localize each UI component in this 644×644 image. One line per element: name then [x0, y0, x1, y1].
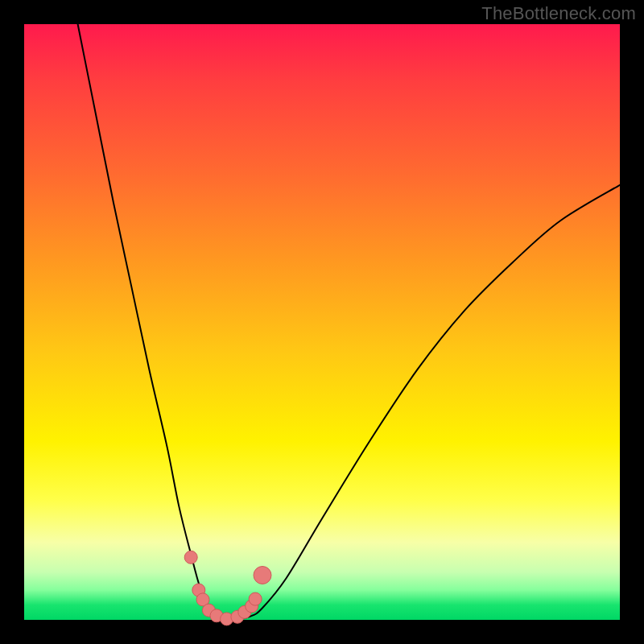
plot-area — [24, 24, 620, 620]
bottleneck-curve — [78, 24, 620, 619]
chart-svg — [24, 24, 620, 620]
marker-group — [184, 551, 271, 625]
data-marker — [249, 592, 262, 605]
watermark-text: TheBottleneck.com — [481, 3, 636, 24]
chart-frame: TheBottleneck.com — [0, 0, 644, 644]
data-marker — [184, 551, 197, 564]
data-marker — [254, 567, 271, 584]
